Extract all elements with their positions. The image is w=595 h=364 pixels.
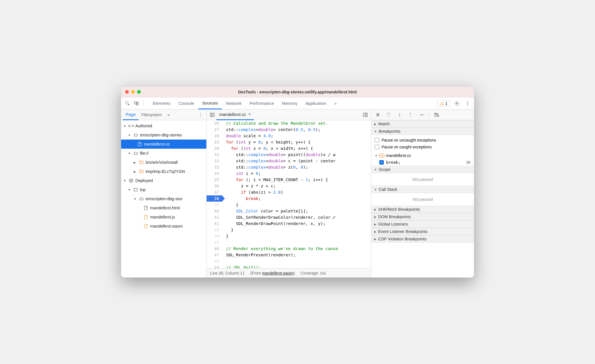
maximize-window-button[interactable] bbox=[137, 90, 141, 94]
tab-elements[interactable]: Elements bbox=[149, 97, 175, 109]
line-number[interactable]: 31 bbox=[207, 152, 222, 158]
close-window-button[interactable] bbox=[125, 90, 129, 94]
code-line[interactable]: 28double scale = 4.0; bbox=[207, 133, 371, 139]
line-number[interactable]: 40 bbox=[207, 208, 222, 214]
pause-button[interactable] bbox=[375, 112, 381, 118]
line-number[interactable]: 38 bbox=[207, 195, 222, 202]
line-number[interactable]: 42 bbox=[207, 220, 222, 227]
code-editor[interactable]: 26// Calculate and draw the Mandelbrot s… bbox=[207, 120, 371, 268]
editor-tab-mandelbrot[interactable]: mandelbrot.cc × bbox=[216, 109, 254, 120]
line-number[interactable]: 26 bbox=[207, 120, 222, 126]
tree-folder-tmp[interactable]: ▶ tmp/tmp.ELcTq2YGN bbox=[121, 167, 206, 176]
step-button[interactable] bbox=[418, 112, 424, 118]
line-number[interactable]: 34 bbox=[207, 170, 222, 177]
pause-uncaught-row[interactable]: Pause on uncaught exceptions bbox=[375, 137, 470, 144]
more-icon[interactable] bbox=[464, 99, 472, 107]
checkbox-checked-icon[interactable]: ✓ bbox=[379, 160, 384, 165]
step-over-button[interactable] bbox=[386, 112, 392, 118]
code-line[interactable]: 30 for (int x = 0; x < width; x++) { bbox=[207, 145, 371, 152]
line-number[interactable]: 33 bbox=[207, 164, 222, 170]
tree-folder-install[interactable]: ▶ b/s/w/ir/x/w/install bbox=[121, 158, 206, 167]
close-tab-icon[interactable]: × bbox=[248, 112, 251, 117]
source-from-link[interactable]: mandelbrot.wasm bbox=[262, 271, 294, 275]
section-xhr-breakpoints[interactable]: ▶ XHR/fetch Breakpoints bbox=[371, 206, 474, 213]
code-line[interactable]: 40 SDL_Color color = palette[i]; bbox=[207, 208, 371, 214]
code-line[interactable]: 46// Render everything we've drawn to th… bbox=[207, 246, 371, 252]
code-line[interactable]: 32 std::complex<double> c = (point - cen… bbox=[207, 158, 371, 164]
checkbox-unchecked-icon[interactable] bbox=[375, 145, 379, 149]
code-line[interactable]: 47SDL_RenderPresent(renderer); bbox=[207, 252, 371, 258]
tree-file-js[interactable]: mandelbrot.js bbox=[121, 212, 206, 222]
tab-network[interactable]: Network bbox=[222, 97, 246, 109]
tree-top[interactable]: ▼ top bbox=[121, 185, 206, 194]
code-line[interactable]: 48 bbox=[207, 258, 371, 264]
code-line[interactable]: 31 std::complex<double> point((double)x … bbox=[207, 152, 371, 158]
line-number[interactable]: 32 bbox=[207, 158, 222, 164]
tab-application[interactable]: Application bbox=[301, 97, 330, 109]
code-line[interactable]: 27std::complex<double> center(0.5, 0.5); bbox=[207, 126, 371, 133]
tab-memory[interactable]: Memory bbox=[278, 97, 301, 109]
sidebar-tab-page[interactable]: Page bbox=[123, 109, 138, 120]
tab-sources[interactable]: Sources bbox=[198, 97, 222, 109]
tree-cloud-host[interactable]: ▼ emscripten-dbg-stories bbox=[121, 130, 206, 140]
section-event-listener-breakpoints[interactable]: ▶ Event Listener Breakpoints bbox=[371, 228, 474, 235]
line-number[interactable]: 28 bbox=[207, 133, 222, 139]
tree-file-wasm[interactable]: mandelbrot.wasm bbox=[121, 222, 206, 231]
code-line[interactable]: 38 break; bbox=[207, 195, 371, 202]
toggle-navigator-icon[interactable] bbox=[208, 111, 216, 119]
code-line[interactable]: 49// SDL_Quit(); bbox=[207, 264, 371, 268]
tabs-overflow[interactable]: » bbox=[330, 97, 341, 109]
code-line[interactable]: 39 } bbox=[207, 202, 371, 208]
checkbox-unchecked-icon[interactable] bbox=[375, 138, 379, 142]
tab-console[interactable]: Console bbox=[175, 97, 198, 109]
code-line[interactable]: 42 SDL_RenderDrawPoint(renderer, x, y); bbox=[207, 220, 371, 227]
sidebar-more-icon[interactable]: ⋮ bbox=[197, 111, 205, 119]
section-watch[interactable]: ▶ Watch bbox=[371, 120, 474, 128]
line-number[interactable]: 36 bbox=[207, 183, 222, 189]
inspect-element-icon[interactable] bbox=[123, 99, 131, 107]
line-number[interactable]: 47 bbox=[207, 252, 222, 258]
tree-file-scheme[interactable]: ▼ file:// bbox=[121, 149, 206, 158]
line-number[interactable]: 27 bbox=[207, 126, 222, 133]
deactivate-breakpoints-button[interactable] bbox=[434, 112, 440, 118]
line-number[interactable]: 29 bbox=[207, 139, 222, 145]
line-number[interactable]: 48 bbox=[207, 258, 222, 264]
code-line[interactable]: 34 int i = 0; bbox=[207, 170, 371, 177]
tree-deployed[interactable]: ▼ Deployed bbox=[121, 176, 206, 185]
line-number[interactable]: 43 bbox=[207, 227, 222, 233]
step-out-button[interactable] bbox=[407, 112, 413, 118]
code-line[interactable]: 41 SDL_SetRenderDrawColor(renderer, colo… bbox=[207, 214, 371, 220]
line-number[interactable]: 35 bbox=[207, 177, 222, 183]
tree-file-mandelbrot-cc[interactable]: mandelbrot.cc bbox=[121, 140, 206, 149]
sidebar-tabs-overflow[interactable]: » bbox=[165, 109, 173, 120]
code-line[interactable]: 37 if (abs(z) > 2.0) bbox=[207, 189, 371, 195]
line-number[interactable]: 30 bbox=[207, 145, 222, 152]
settings-icon[interactable] bbox=[453, 99, 461, 107]
section-call-stack[interactable]: ▼ Call Stack bbox=[371, 186, 474, 193]
tree-file-html[interactable]: mandelbrot.html bbox=[121, 203, 206, 212]
line-number[interactable]: 46 bbox=[207, 246, 222, 252]
section-csp-breakpoints[interactable]: ▶ CSP Violation Breakpoints bbox=[371, 235, 474, 243]
line-number[interactable]: 49 bbox=[207, 264, 222, 268]
code-line[interactable]: 44} bbox=[207, 233, 371, 239]
step-into-button[interactable] bbox=[396, 112, 403, 118]
pause-caught-row[interactable]: Pause on caught exceptions bbox=[375, 144, 470, 150]
toggle-debugger-icon[interactable] bbox=[361, 111, 369, 119]
section-breakpoints[interactable]: ▼ Breakpoints bbox=[371, 128, 474, 135]
tree-cloud-deployed[interactable]: ▼ emscripten-dbg-stor bbox=[121, 194, 206, 203]
section-scope[interactable]: ▼ Scope bbox=[371, 166, 474, 173]
breakpoint-item-row[interactable]: ✓ break; 38 bbox=[371, 159, 474, 166]
breakpoint-file-row[interactable]: ▼ <> mandelbrot.cc bbox=[371, 152, 474, 159]
code-line[interactable]: 26// Calculate and draw the Mandelbrot s… bbox=[207, 120, 371, 126]
code-line[interactable]: 43 } bbox=[207, 227, 371, 233]
code-line[interactable]: 33 std::complex<double> z(0, 0); bbox=[207, 164, 371, 170]
code-line[interactable]: 35 for (; i < MAX_ITER_COUNT - 1; i++) { bbox=[207, 177, 371, 183]
code-line[interactable]: 29for (int y = 0; y < height; y++) { bbox=[207, 139, 371, 145]
line-number[interactable]: 45 bbox=[207, 239, 222, 246]
warning-badge[interactable]: 1 bbox=[437, 100, 450, 107]
sidebar-tab-filesystem[interactable]: Filesystem bbox=[138, 109, 165, 120]
device-toolbar-icon[interactable] bbox=[133, 99, 140, 107]
line-number[interactable]: 39 bbox=[207, 202, 222, 208]
line-number[interactable]: 44 bbox=[207, 233, 222, 239]
section-dom-breakpoints[interactable]: ▶ DOM Breakpoints bbox=[371, 213, 474, 220]
